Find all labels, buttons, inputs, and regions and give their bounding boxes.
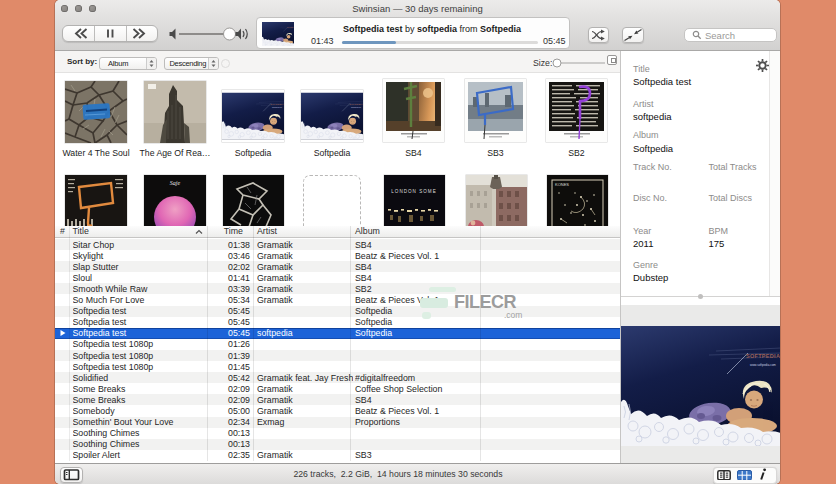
svg-text:Saje: Saje bbox=[170, 180, 181, 186]
svg-text:LONDON SOME: LONDON SOME bbox=[391, 189, 436, 194]
svg-text:KONES: KONES bbox=[555, 182, 569, 187]
